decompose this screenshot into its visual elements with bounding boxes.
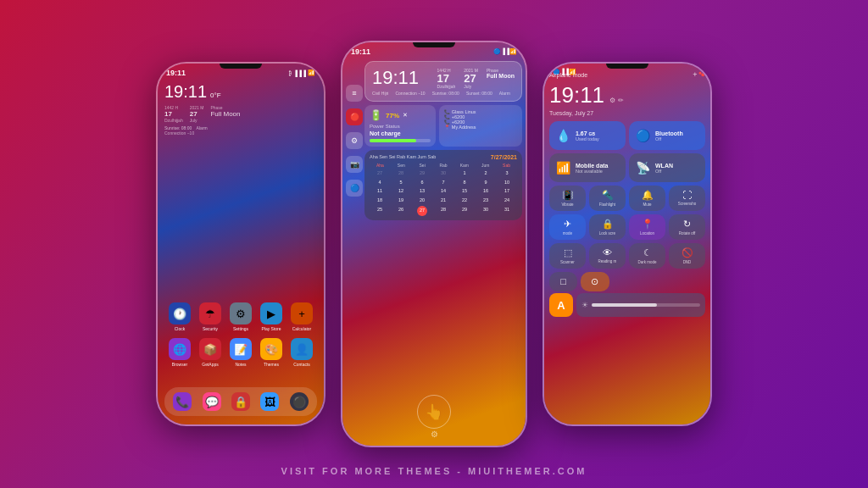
dock-messages[interactable]: 💬 xyxy=(203,392,221,411)
edit-icon-right[interactable]: ✏ xyxy=(618,97,624,104)
watermark: VISIT FOR MORE THEMES - MIUITHEMER.COM xyxy=(0,466,868,476)
brightness-control[interactable]: ☀ xyxy=(576,293,705,317)
right-control-panel: Airplane mode + ● 19:11 ⚙ ✏ Tuesday, Jul… xyxy=(544,64,710,424)
app-getapps[interactable]: 📦 GetApps xyxy=(199,338,221,367)
year-day: 27 xyxy=(190,110,204,118)
cast-btn[interactable]: ⊙ xyxy=(581,272,609,291)
plus-icon[interactable]: + xyxy=(693,70,697,79)
app-notes[interactable]: 📝 Notes xyxy=(230,338,252,367)
spacer xyxy=(613,272,705,291)
power-status-tile: 🔋 77% ✕ Power Status Not charge xyxy=(364,105,436,147)
dock-lock[interactable]: 🔒 xyxy=(231,392,250,411)
cal-5: 5 xyxy=(391,179,411,187)
screen-record-btn[interactable]: □ xyxy=(549,272,577,291)
quick-btns-row2: ✈ mode 🔒 Lock scre 📍 Location ↻ Rotate o… xyxy=(549,214,705,240)
phones-container: 19:11 ₿ ▐▐▐ 📶 19:11 0°F 1442 H 17 Dzulhi… xyxy=(0,0,868,488)
bluetooth-tile[interactable]: 🔵 Bluetooth Off xyxy=(629,121,705,150)
data-icon: 💧 xyxy=(556,129,570,142)
scanner-btn[interactable]: ⬚ Scanner xyxy=(549,243,586,269)
darkmode-icon: ☾ xyxy=(643,247,652,258)
airplane-mode-label: Airplane mode xyxy=(549,72,587,78)
mobile-data-tile[interactable]: 📶 Mobile data Not available xyxy=(549,153,626,182)
phase-col: Phase Full Moon xyxy=(210,105,240,123)
center-datetime-widget: 19:11 1442 H 17 Dzulhijjah 2021 M 27 Jul… xyxy=(364,61,522,102)
mute-icon: 🔔 xyxy=(642,190,654,201)
cal-4: 4 xyxy=(370,179,390,187)
fingerprint-area[interactable]: 👆 xyxy=(417,395,451,429)
darkmode-label: Dark mode xyxy=(637,260,656,264)
data-usage-value: 1.67 GB xyxy=(576,130,619,136)
sidebar-camera[interactable]: 📷 xyxy=(346,156,363,173)
airplane-label: mode xyxy=(563,231,572,236)
vibrate-btn[interactable]: 📳 Vibrate xyxy=(549,186,586,211)
app-settings[interactable]: ⚙ Settings xyxy=(230,302,252,331)
cal-month-name: Aha Sen Sei Rab Kam Jum Sab xyxy=(370,154,436,160)
brightness-fill xyxy=(592,303,657,307)
sidebar-app1[interactable]: 🔴 xyxy=(346,108,363,125)
cal-9: 9 xyxy=(476,179,496,187)
lock-screen-label: Lock scre xyxy=(599,231,615,236)
mute-btn[interactable]: 🔔 Mute xyxy=(629,186,665,211)
rotate-btn[interactable]: ↻ Rotate off xyxy=(669,214,705,240)
app-calculator[interactable]: + Calculator xyxy=(291,302,313,331)
center-hijri-label: 1442 H xyxy=(437,68,456,73)
app-playstore[interactable]: ▶ Play Store xyxy=(260,302,282,331)
cal-1: 1 xyxy=(454,169,475,178)
app-security-icon: ☂ xyxy=(199,302,221,324)
right-time-section: 19:11 ⚙ ✏ xyxy=(549,82,705,108)
phone-center: 19:11 🔵▐▐📶 ≡ 🔴 ⚙ 📷 🔵 19:11 1442 xyxy=(341,41,527,447)
status-icons-center: 🔵▐▐📶 xyxy=(493,48,517,55)
contact-4: 📍 My Address xyxy=(444,125,517,130)
app-clock[interactable]: 🕐 Clock xyxy=(169,302,191,331)
lock-screen-btn[interactable]: 🔒 Lock scre xyxy=(589,214,626,240)
app-security[interactable]: ☂ Security xyxy=(199,302,221,331)
cal-14: 14 xyxy=(433,187,453,196)
dock-camera[interactable]: ⚫ xyxy=(290,392,309,411)
phone-right-notch xyxy=(606,64,648,69)
phone-center-screen: 19:11 🔵▐▐📶 ≡ 🔴 ⚙ 📷 🔵 19:11 1442 xyxy=(342,42,526,446)
darkmode-btn[interactable]: ☾ Dark mode xyxy=(629,243,665,269)
app-getapps-icon: 📦 xyxy=(199,338,221,360)
day-sei: Sei xyxy=(412,163,433,168)
app-browser-icon: 🌐 xyxy=(169,338,191,360)
cal-date-title: 7/27/2021 xyxy=(491,154,517,160)
center-connection: Connection ~10 xyxy=(395,91,425,96)
gear-icon-right[interactable]: ⚙ xyxy=(609,97,615,104)
dock-gallery[interactable]: 🖼 xyxy=(260,392,279,411)
year-month: July xyxy=(190,118,204,123)
location-btn[interactable]: 📍 Location xyxy=(629,214,665,240)
bluetooth-sub: Off xyxy=(655,136,698,141)
app-contacts[interactable]: 👤 Contacts xyxy=(291,338,313,367)
battery-icon: 🔋 xyxy=(370,109,382,121)
day-aha: Aha xyxy=(370,163,391,168)
sidebar-menu[interactable]: ≡ xyxy=(346,85,363,102)
font-btn[interactable]: A xyxy=(549,293,573,317)
center-settings-btn[interactable]: ⚙ xyxy=(431,425,438,441)
sidebar-settings[interactable]: ⚙ xyxy=(346,132,363,149)
cal-7: 7 xyxy=(433,179,453,187)
wlan-tile[interactable]: 📡 WLAN Off xyxy=(629,153,705,182)
dnd-btn[interactable]: 🚫 DND xyxy=(669,243,705,269)
quick-btns-row4: □ ⊙ xyxy=(549,272,705,291)
app-themes[interactable]: 🎨 Themes xyxy=(260,338,282,367)
flashlight-btn[interactable]: 🔦 Flashlight xyxy=(589,186,626,211)
sidebar-app2[interactable]: 🔵 xyxy=(346,180,363,197)
airplane-btn[interactable]: ✈ mode xyxy=(549,214,586,240)
app-browser[interactable]: 🌐 Browser xyxy=(169,338,191,367)
rotate-icon: ↻ xyxy=(683,219,691,230)
center-year-day: 27 xyxy=(464,73,478,84)
right-close-icon[interactable]: ● xyxy=(701,70,705,79)
left-temp: 0°F xyxy=(210,92,221,99)
wlan-icon: 📡 xyxy=(636,161,650,175)
cal-29: 29 xyxy=(454,206,475,216)
dock-phone[interactable]: 📞 xyxy=(173,392,192,411)
screenshot-label: Screensho xyxy=(678,202,697,206)
phone-left-screen: 19:11 ₿ ▐▐▐ 📶 19:11 0°F 1442 H 17 Dzulhi… xyxy=(158,64,324,424)
dnd-label: DND xyxy=(683,260,692,264)
cal-15: 15 xyxy=(454,187,475,196)
data-usage-tile[interactable]: 💧 1.67 GB Used today xyxy=(549,121,626,150)
day-rab: Rab xyxy=(433,163,454,168)
reading-btn[interactable]: 👁 Reading m xyxy=(589,243,626,269)
app-themes-icon: 🎨 xyxy=(260,338,282,360)
screenshot-btn[interactable]: ⛶ Screensho xyxy=(669,186,705,211)
